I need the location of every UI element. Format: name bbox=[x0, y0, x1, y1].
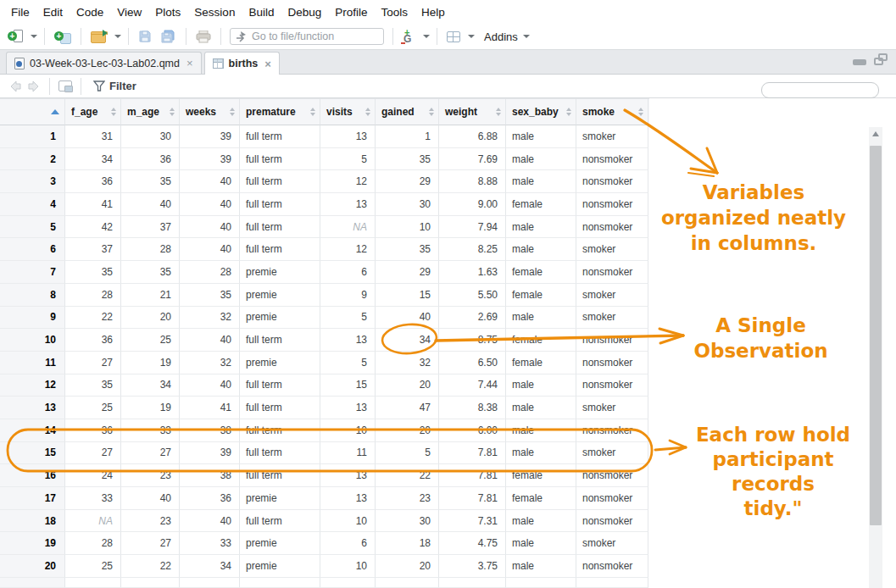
open-in-window-icon[interactable] bbox=[58, 80, 72, 92]
filter-button[interactable]: Filter bbox=[90, 78, 140, 94]
menu-build[interactable]: Build bbox=[242, 3, 281, 22]
column-header-premature[interactable]: premature bbox=[240, 99, 320, 125]
sort-arrows-icon bbox=[170, 108, 175, 116]
cell-weight: 5.50 bbox=[439, 284, 506, 307]
table-search-box[interactable] bbox=[761, 82, 879, 98]
cell-weeks: 28 bbox=[180, 261, 240, 284]
cell-weeks: 41 bbox=[180, 397, 240, 419]
save-button[interactable] bbox=[136, 28, 154, 45]
close-icon[interactable]: × bbox=[186, 57, 193, 69]
row-number: 11 bbox=[0, 352, 65, 374]
cell-m_age: 36 bbox=[121, 148, 180, 171]
cell-smoke: nonsmoker bbox=[576, 464, 648, 487]
variables-annotation: Variables organized neatly in columns. bbox=[651, 180, 856, 256]
column-header-f_age[interactable]: f_age bbox=[65, 99, 121, 125]
menu-code[interactable]: Code bbox=[70, 3, 110, 22]
menu-help[interactable]: Help bbox=[415, 3, 452, 22]
goto-file-function-input[interactable] bbox=[252, 31, 370, 42]
new-project-button[interactable]: + bbox=[52, 27, 74, 46]
cell-f_age: 31 bbox=[65, 125, 121, 148]
column-header-gained[interactable]: gained bbox=[376, 99, 439, 125]
maximize-pane-icon[interactable] bbox=[874, 53, 888, 65]
cell-weight: 7.81 bbox=[439, 442, 506, 465]
cell-visits: 12 bbox=[320, 170, 376, 193]
column-header-weight[interactable]: weight bbox=[439, 99, 506, 125]
cell-premature: full term bbox=[240, 238, 320, 261]
open-folder-icon bbox=[91, 31, 107, 43]
menu-file[interactable]: File bbox=[4, 3, 36, 22]
save-all-button[interactable] bbox=[158, 28, 179, 46]
row-number: 6 bbox=[0, 238, 65, 261]
column-header-visits[interactable]: visits bbox=[320, 99, 376, 125]
row-number-header[interactable] bbox=[0, 99, 65, 125]
cell-smoke: nonsmoker bbox=[576, 374, 648, 397]
sort-arrows-icon bbox=[111, 108, 116, 116]
minimize-pane-icon[interactable] bbox=[853, 59, 866, 65]
cell-smoke: nonsmoker bbox=[576, 555, 648, 578]
new-file-button[interactable]: + bbox=[5, 27, 25, 46]
new-file-dropdown-icon[interactable] bbox=[31, 35, 37, 38]
column-header-m_age[interactable]: m_age bbox=[121, 99, 180, 125]
menu-profile[interactable]: Profile bbox=[328, 3, 374, 22]
menu-session[interactable]: Session bbox=[187, 3, 242, 22]
panes-dropdown-icon[interactable] bbox=[468, 35, 475, 38]
toolbar-separator bbox=[81, 78, 81, 95]
column-header-label: sex_baby bbox=[512, 106, 559, 118]
column-header-smoke[interactable]: smoke bbox=[576, 99, 648, 125]
back-arrow-icon[interactable] bbox=[8, 80, 22, 93]
table-row: 17334036premie13237.81femalenonsmoker bbox=[0, 487, 649, 510]
open-recent-dropdown-icon[interactable] bbox=[114, 35, 121, 38]
cell-weight: 4.75 bbox=[439, 532, 506, 555]
close-icon[interactable]: × bbox=[264, 58, 271, 70]
workspace-panes-button[interactable] bbox=[444, 30, 463, 44]
goto-file-function-box[interactable] bbox=[230, 28, 384, 45]
sort-arrows-icon bbox=[365, 108, 370, 116]
table-row: 3363540full term12298.88malenonsmoker bbox=[0, 170, 649, 193]
menu-edit[interactable]: Edit bbox=[36, 3, 70, 22]
scroll-up-button[interactable] bbox=[869, 127, 882, 141]
cell-premature: premie bbox=[240, 487, 320, 510]
tab-births[interactable]: births × bbox=[204, 52, 280, 75]
column-header-weeks[interactable]: weeks bbox=[180, 99, 240, 125]
menu-tools[interactable]: Tools bbox=[374, 3, 415, 22]
toolbar-separator bbox=[186, 28, 186, 45]
cell-f_age: 37 bbox=[65, 238, 121, 261]
addins-label: Addins bbox=[484, 31, 518, 43]
table-row: 15272739full term1157.81malesmoker bbox=[0, 442, 649, 465]
cell-gained: 30 bbox=[376, 193, 439, 216]
cell-weeks: 35 bbox=[180, 284, 240, 307]
vertical-scrollbar[interactable] bbox=[869, 127, 882, 588]
scrollbar-thumb[interactable] bbox=[870, 146, 882, 525]
forward-arrow-icon[interactable] bbox=[27, 80, 41, 93]
print-button[interactable] bbox=[193, 29, 214, 45]
cell-weeks: 40 bbox=[180, 193, 240, 216]
table-row: 16242338full term13227.81femalenonsmoker bbox=[0, 464, 649, 487]
cell-m_age: 22 bbox=[121, 555, 180, 578]
tab-label: 03-Week-03-Lec-03-Lab02.qmd bbox=[30, 58, 180, 69]
cell-visits: 12 bbox=[320, 238, 376, 261]
cell-sex_baby: female bbox=[506, 284, 576, 307]
menu-plots[interactable]: Plots bbox=[148, 3, 187, 22]
cell-smoke: nonsmoker bbox=[576, 261, 648, 284]
table-search-input[interactable] bbox=[767, 85, 896, 97]
cell-premature: premie bbox=[240, 307, 320, 330]
cell-gained: 40 bbox=[376, 307, 439, 330]
menu-debug[interactable]: Debug bbox=[281, 3, 328, 22]
cell-gained: 29 bbox=[376, 170, 439, 193]
tab-qmd-file[interactable]: 03-Week-03-Lec-03-Lab02.qmd × bbox=[6, 52, 202, 74]
menu-view[interactable]: View bbox=[110, 3, 148, 22]
addins-button[interactable]: Addins bbox=[478, 29, 532, 45]
cell-m_age: 30 bbox=[121, 125, 180, 148]
open-file-button[interactable] bbox=[88, 29, 109, 45]
row-number: 9 bbox=[0, 307, 65, 330]
version-control-button[interactable]: +G bbox=[400, 27, 418, 47]
pane-buttons bbox=[853, 53, 888, 65]
cell-sex_baby: male bbox=[506, 374, 576, 397]
version-control-dropdown-icon[interactable] bbox=[423, 35, 430, 38]
cell-visits: 11 bbox=[320, 442, 376, 465]
column-header-sex_baby[interactable]: sex_baby bbox=[506, 99, 576, 125]
cell-premature: full term bbox=[240, 125, 320, 148]
row-number: 10 bbox=[0, 329, 65, 352]
cell-visits: 6 bbox=[320, 261, 376, 284]
cell-gained: 18 bbox=[376, 532, 439, 555]
